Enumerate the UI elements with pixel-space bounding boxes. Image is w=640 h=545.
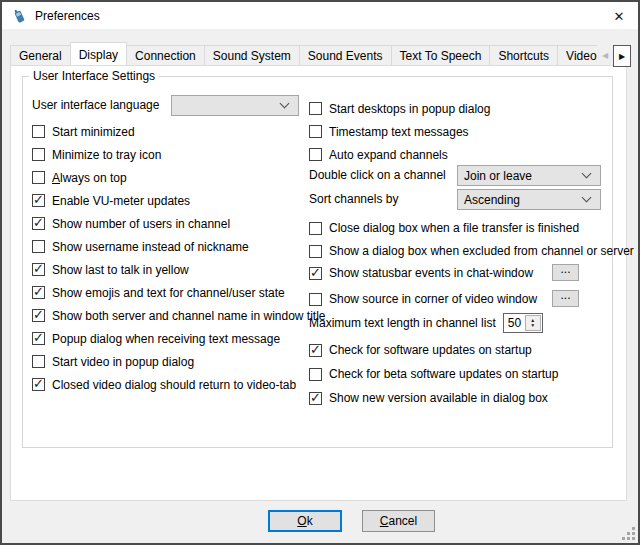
close-icon[interactable]: ✕ xyxy=(607,6,631,26)
checkbox-show-excluded-dialog[interactable] xyxy=(309,245,322,258)
left-checkbox-column: Start minimized Minimize to tray icon Al… xyxy=(32,120,326,396)
row-closed-video-return[interactable]: Closed video dialog should return to vid… xyxy=(32,373,326,396)
checkbox-show-username[interactable] xyxy=(32,240,45,253)
max-text-length-label: Maximum text length in channel list xyxy=(309,313,496,333)
tab-video[interactable]: Video xyxy=(557,45,597,65)
row-max-text-length: Maximum text length in channel list 50 ▲… xyxy=(309,313,543,333)
row-show-username[interactable]: Show username instead of nickname xyxy=(32,235,326,258)
tab-sound-events[interactable]: Sound Events xyxy=(299,45,392,65)
checkbox-start-video-popup[interactable] xyxy=(32,355,45,368)
tab-scroll-left-icon[interactable]: ◀ xyxy=(597,45,613,65)
double-click-combobox[interactable]: Join or leave xyxy=(457,165,601,186)
checkbox-show-server-channel-title[interactable] xyxy=(32,309,45,322)
preferences-dialog: Preferences ✕ General Display Connection… xyxy=(0,0,640,545)
row-show-excluded-dialog[interactable]: Show a dialog box when excluded from cha… xyxy=(309,240,634,262)
user-interface-settings-group: User Interface Settings User interface l… xyxy=(22,76,613,448)
language-label: User interface language xyxy=(32,95,159,116)
checkbox-show-new-version-dialog[interactable] xyxy=(309,392,322,405)
row-show-statusbar-events[interactable]: Show statusbar events in chat-window ... xyxy=(309,264,609,282)
row-enable-vu-meter[interactable]: Enable VU-meter updates xyxy=(32,189,326,212)
teamtalk-logo-icon xyxy=(11,8,27,24)
max-text-length-value: 50 xyxy=(504,316,525,330)
row-start-video-popup[interactable]: Start video in popup dialog xyxy=(32,350,326,373)
row-check-updates[interactable]: Check for software updates on startup xyxy=(309,338,558,362)
row-check-beta-updates[interactable]: Check for beta software updates on start… xyxy=(309,362,558,386)
checkbox-check-beta-updates[interactable] xyxy=(309,368,322,381)
row-show-server-channel-title[interactable]: Show both server and channel name in win… xyxy=(32,304,326,327)
tab-sound-system[interactable]: Sound System xyxy=(204,45,300,65)
checkbox-start-desktops-popup[interactable] xyxy=(309,102,322,115)
row-show-new-version-dialog[interactable]: Show new version available in dialog box xyxy=(309,386,558,410)
sort-channels-combobox[interactable]: Ascending xyxy=(457,189,601,210)
tab-bar: General Display Connection Sound System … xyxy=(10,42,597,65)
cancel-button[interactable]: Cancel xyxy=(362,510,435,532)
tab-scroll-right-icon[interactable]: ▶ xyxy=(613,45,631,67)
row-start-minimized[interactable]: Start minimized xyxy=(32,120,326,143)
row-always-on-top[interactable]: Always on top xyxy=(32,166,326,189)
spinner-buttons[interactable]: ▲ ▼ xyxy=(525,315,541,331)
chevron-down-icon xyxy=(280,99,290,109)
display-tab-page: User Interface Settings User interface l… xyxy=(10,65,627,501)
row-close-filetransfer-dialog[interactable]: Close dialog box when a file transfer is… xyxy=(309,217,579,239)
row-show-user-count[interactable]: Show number of users in channel xyxy=(32,212,326,235)
tab-scroll-buttons: ◀ ▶ xyxy=(597,45,631,67)
ok-button[interactable]: Ok xyxy=(268,510,342,532)
row-show-last-talk[interactable]: Show last to talk in yellow xyxy=(32,258,326,281)
tab-text-to-speech[interactable]: Text To Speech xyxy=(391,45,491,65)
row-popup-text-message[interactable]: Popup dialog when receiving text message xyxy=(32,327,326,350)
tab-connection[interactable]: Connection xyxy=(126,45,205,65)
sort-channels-value: Ascending xyxy=(464,193,520,207)
checkbox-show-emojis[interactable] xyxy=(32,286,45,299)
tab-shortcuts[interactable]: Shortcuts xyxy=(489,45,558,65)
checkbox-show-statusbar-events[interactable] xyxy=(309,267,322,280)
row-show-emojis[interactable]: Show emojis and text for channel/user st… xyxy=(32,281,326,304)
checkbox-closed-video-return[interactable] xyxy=(32,378,45,391)
checkbox-close-filetransfer-dialog[interactable] xyxy=(309,222,322,235)
row-start-desktops-popup[interactable]: Start desktops in popup dialog xyxy=(309,97,490,120)
statusbar-events-config-button[interactable]: ... xyxy=(552,264,579,281)
window-title: Preferences xyxy=(35,9,100,23)
checkbox-auto-expand-channels[interactable] xyxy=(309,148,322,161)
double-click-value: Join or leave xyxy=(464,169,532,183)
checkbox-show-video-source[interactable] xyxy=(309,293,322,306)
checkbox-show-user-count[interactable] xyxy=(32,217,45,230)
checkbox-enable-vu-meter[interactable] xyxy=(32,194,45,207)
checkbox-show-last-talk[interactable] xyxy=(32,263,45,276)
checkbox-popup-text-message[interactable] xyxy=(32,332,45,345)
resize-grip[interactable] xyxy=(622,527,635,540)
right-checkbox-column-bottom: Check for software updates on startup Ch… xyxy=(309,338,558,410)
chevron-down-icon xyxy=(582,169,592,179)
row-minimize-to-tray[interactable]: Minimize to tray icon xyxy=(32,143,326,166)
group-title: User Interface Settings xyxy=(29,69,159,83)
right-checkbox-column-top: Start desktops in popup dialog Timestamp… xyxy=(309,97,490,166)
tab-display[interactable]: Display xyxy=(70,42,127,65)
checkbox-minimize-to-tray[interactable] xyxy=(32,148,45,161)
language-combobox[interactable] xyxy=(171,95,299,116)
checkbox-start-minimized[interactable] xyxy=(32,125,45,138)
double-click-label: Double click on a channel xyxy=(309,165,446,186)
chevron-down-icon xyxy=(582,193,592,203)
spin-down-icon[interactable]: ▼ xyxy=(530,323,535,328)
tab-general[interactable]: General xyxy=(10,45,71,65)
video-source-config-button[interactable]: ... xyxy=(552,290,579,307)
checkbox-timestamp-messages[interactable] xyxy=(309,125,322,138)
max-text-length-spinbox[interactable]: 50 ▲ ▼ xyxy=(503,313,543,333)
checkbox-check-updates[interactable] xyxy=(309,344,322,357)
row-auto-expand-channels[interactable]: Auto expand channels xyxy=(309,143,490,166)
row-timestamp-messages[interactable]: Timestamp text messages xyxy=(309,120,490,143)
titlebar[interactable]: Preferences ✕ xyxy=(2,2,638,29)
checkbox-always-on-top[interactable] xyxy=(32,171,45,184)
row-show-video-source[interactable]: Show source in corner of video window ..… xyxy=(309,290,609,308)
sort-channels-label: Sort channels by xyxy=(309,189,398,210)
